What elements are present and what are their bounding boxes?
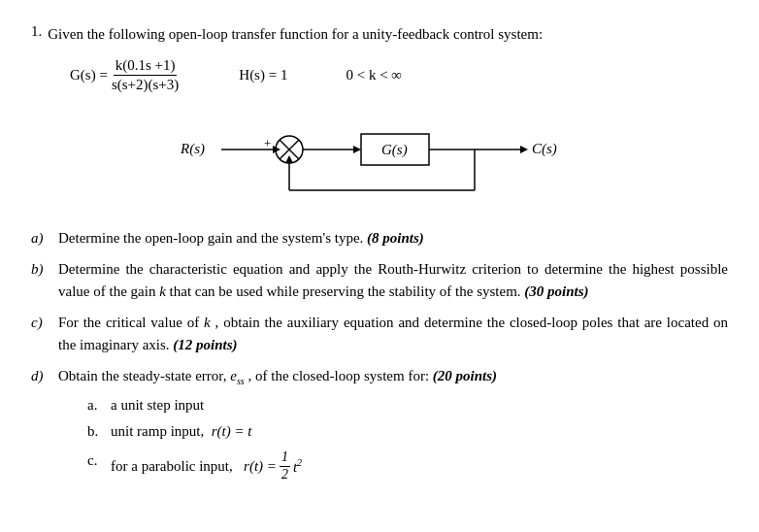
formula-block: G(s) = k(0.1s +1) s(s+2)(s+3) H(s) = 1 0… xyxy=(70,57,728,93)
gs-fraction: k(0.1s +1) s(s+2)(s+3) xyxy=(110,57,181,93)
sub-b-label: b. xyxy=(87,420,107,443)
svg-text:C(s): C(s) xyxy=(532,141,557,157)
part-b: b) Determine the characteristic equation… xyxy=(31,258,728,302)
part-d: d) Obtain the steady-state error, ess , … xyxy=(31,365,728,487)
problem-intro: Given the following open-loop transfer f… xyxy=(48,23,543,46)
part-a-content: Determine the open-loop gain and the sys… xyxy=(58,227,728,249)
part-b-content: Determine the characteristic equation an… xyxy=(58,258,728,302)
problem-header: 1. Given the following open-loop transfe… xyxy=(31,23,728,46)
hs-expression: H(s) = 1 xyxy=(239,67,287,83)
part-d-label: d) xyxy=(31,365,54,387)
sub-part-c: c. for a parabolic input, r(t) = 1 2 t2 xyxy=(87,449,728,483)
svg-marker-11 xyxy=(520,146,528,153)
sub-a-content: a unit step input xyxy=(111,394,728,416)
part-a-label: a) xyxy=(31,227,54,249)
part-d-points: (20 points) xyxy=(433,368,497,383)
sub-part-a: a. a unit step input xyxy=(87,394,728,416)
sub-parts-list: a. a unit step input b. unit ramp input,… xyxy=(87,394,728,483)
gs-label: G(s) = xyxy=(70,67,108,83)
sub-part-b: b. unit ramp input, r(t) = t xyxy=(87,420,728,443)
svg-marker-16 xyxy=(285,155,293,163)
part-c-content: For the critical value of k , obtain the… xyxy=(58,312,728,355)
part-d-content: Obtain the steady-state error, ess , of … xyxy=(58,365,728,487)
parabolic-fraction: 1 2 xyxy=(280,449,290,483)
block-diagram: R(s) G(s) C(s) xyxy=(171,103,588,210)
problem-container: 1. Given the following open-loop transfe… xyxy=(31,23,728,487)
part-b-points: (30 points) xyxy=(524,283,588,299)
part-c-points: (12 points) xyxy=(173,337,237,352)
block-diagram-svg: R(s) G(s) C(s) xyxy=(171,103,588,210)
sub-c-content: for a parabolic input, r(t) = 1 2 t2 xyxy=(111,449,728,483)
gs-expression: G(s) = k(0.1s +1) s(s+2)(s+3) xyxy=(70,57,181,93)
problem-number: 1. xyxy=(31,23,42,40)
gs-denominator: s(s+2)(s+3) xyxy=(110,76,181,93)
sub-b-content: unit ramp input, r(t) = t xyxy=(111,420,728,443)
gs-numerator: k(0.1s +1) xyxy=(114,57,178,76)
sub-a-label: a. xyxy=(87,394,107,416)
part-a-points: (8 points) xyxy=(367,230,424,246)
sub-c-label: c. xyxy=(87,449,107,472)
part-c: c) For the critical value of k , obtain … xyxy=(31,312,728,355)
svg-marker-7 xyxy=(353,146,361,153)
part-a: a) Determine the open-loop gain and the … xyxy=(31,227,728,249)
k-range: 0 < k < ∞ xyxy=(346,67,402,83)
svg-text:G(s): G(s) xyxy=(381,142,408,158)
svg-text:R(s): R(s) xyxy=(180,141,205,157)
part-c-label: c) xyxy=(31,312,54,334)
parts-list: a) Determine the open-loop gain and the … xyxy=(31,227,728,487)
part-b-label: b) xyxy=(31,258,54,281)
svg-text:+: + xyxy=(264,136,271,150)
